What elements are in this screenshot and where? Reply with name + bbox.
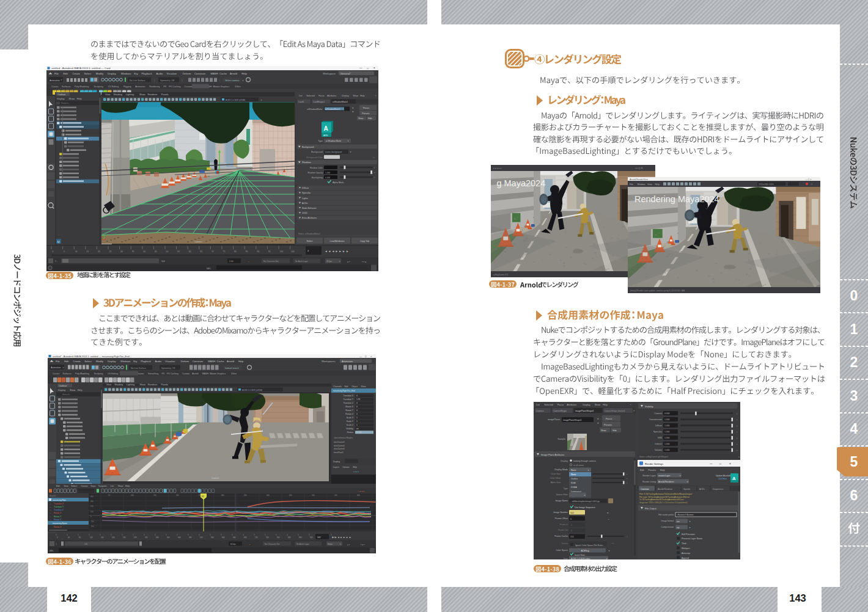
svg-text:No Live Surface: No Live Surface (131, 367, 146, 370)
svg-text:— □ ×: — □ × (635, 167, 643, 170)
svg-text:Symmetry: Off: Symmetry: Off (161, 367, 175, 370)
svg-text:skinCluster4: skinCluster4 (334, 441, 345, 443)
svg-text:Focus: Focus (318, 95, 325, 97)
svg-text:▼: ▼ (339, 543, 341, 545)
svg-text:0.764: 0.764 (356, 431, 361, 434)
svg-text:Copy Tab: Copy Tab (360, 240, 369, 242)
svg-text:60 fps: 60 fps (230, 543, 236, 545)
svg-text:= ▪: = ▪ (347, 544, 350, 546)
svg-text:Shadow Opacity: Shadow Opacity (307, 172, 323, 174)
svg-text:Scale Y: Scale Y (347, 420, 354, 423)
svg-text:ACES 1.0 SDR (sRGB): ACES 1.0 SDR (sRGB) (242, 389, 262, 392)
svg-text:Panels: Panels (161, 93, 169, 96)
svg-text:1.000: 1.000 (664, 443, 670, 445)
svg-text:o •: o • (347, 260, 350, 263)
svg-text:1.000: 1.000 (664, 431, 670, 433)
svg-text:XGen: XGen (231, 373, 237, 375)
svg-text:□: □ (367, 67, 369, 70)
svg-text:▼: ▼ (339, 260, 340, 263)
svg-text:Show: Show (118, 485, 123, 487)
svg-text:Animation: Animation (342, 360, 353, 363)
svg-text:Arnold Renderer: Arnold Renderer (658, 481, 675, 483)
svg-text:880: 880 (299, 536, 302, 539)
svg-text:Color Gain: Color Gain (551, 473, 561, 475)
svg-text:File name: 3DTrackingAnimatio: File name: 3DTrackingAnimation/3DTrackin… (639, 496, 690, 498)
svg-text:1.92: 1.92 (356, 398, 361, 401)
svg-text:Joint Influence Weights:: Joint Influence Weights: (334, 437, 353, 439)
svg-text:Luminance: Luminance (571, 490, 581, 493)
svg-text:Surfaces: Surfaces (62, 86, 71, 88)
svg-text:Help: Help (360, 95, 364, 97)
svg-text:skinCluster4: skinCluster4 (334, 445, 345, 447)
svg-text:105: 105 (291, 250, 295, 253)
svg-text:40: 40 (143, 250, 145, 253)
svg-text:▪: ▪ (737, 443, 737, 446)
svg-text:Translate Z: Translate Z (54, 509, 64, 511)
svg-text:RGBA: RGBA (571, 486, 578, 489)
svg-text:—: — (359, 67, 362, 70)
svg-text:Scale Z: Scale Z (347, 424, 353, 426)
svg-text:No Live Surface: No Live Surface (130, 79, 145, 82)
svg-text:Hide: Hide (368, 117, 372, 120)
svg-text:Playback: Playback (142, 72, 153, 75)
svg-text:Specular: Specular (302, 192, 311, 194)
svg-text:0: 0 (570, 518, 572, 520)
svg-text:-200: -200 (90, 525, 94, 528)
svg-text:640: 640 (233, 536, 236, 539)
svg-text:Help: Help (353, 466, 357, 468)
svg-text:Alpha Gain: Alpha Gain (551, 481, 561, 484)
svg-text:Shadows: Shadows (302, 161, 311, 164)
svg-text:imagePlaneShape1: imagePlaneShape1 (575, 410, 594, 412)
svg-text:MASH: MASH (208, 360, 215, 363)
svg-text:M: M (57, 240, 60, 244)
svg-text:Visibility: Visibility (346, 428, 353, 430)
svg-text:Modify: Modify (96, 360, 104, 363)
svg-text:Options: Options (342, 466, 350, 468)
svg-text:Constrain: Constrain (193, 360, 204, 363)
svg-text:0: 0 (356, 409, 358, 412)
svg-text:Search...: Search... (61, 102, 70, 104)
svg-text:Layers: Layers (333, 466, 339, 468)
svg-text:▼: ▼ (347, 140, 349, 142)
svg-text:Texture Filter: Texture Filter (556, 494, 568, 496)
svg-text:Tiled: Tiled (682, 542, 686, 545)
svg-text:skinCluster4: skinCluster4 (334, 448, 345, 450)
svg-text:mixamorig:Spine: mixamorig:Spine (53, 522, 67, 525)
svg-text:Motion Graphics: Motion Graphics (210, 373, 226, 375)
svg-text:looking through camera: looking through camera (573, 460, 596, 462)
svg-text:Kry: Kry (134, 72, 138, 75)
svg-text:Keys: Keys (90, 485, 95, 487)
svg-text:Diffuse: Diffuse (655, 424, 662, 427)
svg-text:Preserve Layer Name: Preserve Layer Name (682, 537, 702, 540)
svg-text:720: 720 (255, 536, 258, 539)
svg-text:aiShadowMatte1: aiShadowMatte1 (333, 101, 348, 103)
svg-text:▼: ▼ (608, 550, 610, 552)
svg-text:Display: Display (108, 72, 117, 75)
svg-text:Arnold: Arnold (230, 72, 238, 75)
svg-text:Curves: Curves (53, 373, 60, 375)
svg-text:Render Using: Render Using (642, 481, 656, 483)
svg-text:Load Attributes: Load Attributes (330, 240, 345, 242)
svg-text:Edit: Edit (640, 469, 644, 472)
svg-text:360: 360 (156, 536, 159, 539)
svg-text:520: 520 (200, 536, 203, 539)
svg-text:Workspace: Workspace (323, 72, 336, 75)
svg-text:View: View (64, 485, 68, 487)
svg-text:g Maya2024: g Maya2024 (496, 178, 545, 188)
svg-text:Edit: Edit (64, 360, 69, 363)
svg-text:562: 562 (317, 536, 321, 539)
svg-text:Append: Append (682, 557, 689, 559)
svg-text:File: File (56, 360, 60, 363)
svg-text:untitled* - Autodesk MAYA 2024: untitled* - Autodesk MAYA 2024.1: untitl… (53, 355, 131, 358)
svg-text:80: 80 (79, 536, 81, 539)
svg-text:Show: Show (139, 384, 145, 386)
svg-text:Type: Type (564, 487, 568, 490)
svg-text:▪: ▪ (737, 425, 737, 428)
svg-text:45: 45 (155, 250, 157, 253)
svg-text:Rotate Z: Rotate Z (54, 519, 61, 521)
svg-text:Symmetry: Off: Symmetry: Off (160, 79, 174, 82)
svg-text:Translate Y: Translate Y (343, 398, 353, 401)
svg-text:Windows: Windows (120, 360, 131, 363)
svg-text:450: 450 (289, 494, 292, 497)
svg-text:◄ ◄ ◄ ► ► ► ►: ◄ ◄ ◄ ► ► ► ► (331, 536, 351, 539)
